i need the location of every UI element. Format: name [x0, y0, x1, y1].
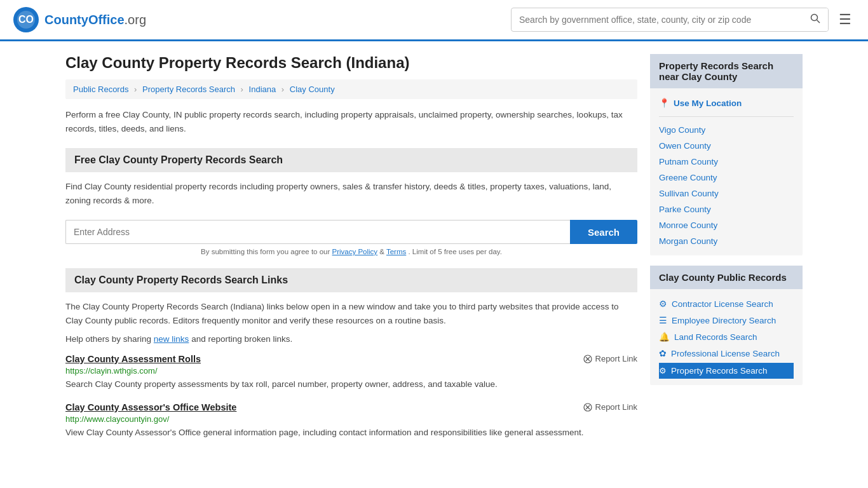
location-pin-icon: 📍	[659, 98, 670, 108]
main-container: Clay County Property Records Search (Ind…	[53, 41, 815, 463]
share-text: Help others by sharing new links and rep…	[65, 334, 637, 344]
sidebar-land-records[interactable]: 🔔 Land Records Search	[659, 329, 794, 345]
links-description: The Clay County Property Records Search …	[65, 300, 637, 327]
gear-icon: ⚙	[659, 299, 667, 309]
new-links-link[interactable]: new links	[154, 334, 189, 344]
report-link-button-1[interactable]: Report Link	[583, 402, 637, 412]
menu-icon[interactable]: ☰	[835, 8, 855, 32]
breadcrumb: Public Records › Property Records Search…	[65, 79, 637, 99]
link-title-0[interactable]: Clay County Assessment Rolls	[65, 354, 201, 364]
breadcrumb-clay-county[interactable]: Clay County	[290, 85, 335, 94]
link-desc-0: Search Clay County property assessments …	[65, 378, 637, 391]
link-item-0: Clay County Assessment Rolls Report Link…	[65, 354, 637, 391]
privacy-policy-link[interactable]: Privacy Policy	[332, 248, 378, 255]
content-area: Clay County Property Records Search (Ind…	[65, 54, 637, 451]
sidebar-property-records-active[interactable]: ⚙ Property Records Search	[659, 363, 794, 379]
global-search-input[interactable]	[512, 10, 803, 30]
svg-text:CO: CO	[18, 14, 34, 25]
link-url-0[interactable]: https://clayin.wthgis.com/	[65, 366, 637, 376]
svg-point-3	[811, 15, 818, 21]
sidebar-nearby-parke[interactable]: Parke County	[659, 201, 794, 217]
address-input[interactable]	[65, 220, 570, 244]
global-search-button[interactable]	[803, 8, 828, 31]
terms-text: By submitting this form you agree to our…	[65, 248, 637, 255]
address-search-area: Search By submitting this form you agree…	[65, 220, 637, 255]
header: CO CountyOffice.org ☰	[0, 0, 868, 41]
use-location-button[interactable]: 📍 Use My Location	[659, 95, 794, 111]
sidebar-nearby-greene[interactable]: Greene County	[659, 170, 794, 186]
sidebar-professional-license[interactable]: ✿ Professional License Search	[659, 345, 794, 362]
report-link-button-0[interactable]: Report Link	[583, 354, 637, 363]
breadcrumb-public-records[interactable]: Public Records	[73, 85, 128, 94]
sidebar-nearby-morgan[interactable]: Morgan County	[659, 233, 794, 249]
sidebar-nearby-monroe[interactable]: Monroe County	[659, 217, 794, 233]
public-records-box: Clay County Public Records ⚙ Contractor …	[650, 266, 803, 385]
header-right: ☰	[511, 8, 855, 32]
link-title-1[interactable]: Clay County Assessor's Office Website	[65, 402, 236, 412]
link-item-1: Clay County Assessor's Office Website Re…	[65, 402, 637, 439]
terms-link[interactable]: Terms	[386, 248, 406, 255]
public-records-content: ⚙ Contractor License Search ☰ Employee D…	[650, 289, 803, 385]
logo-text: CountyOffice.org	[44, 13, 146, 27]
sidebar-contractor-license[interactable]: ⚙ Contractor License Search	[659, 295, 794, 312]
page-title: Clay County Property Records Search (Ind…	[65, 54, 637, 72]
nearby-counties-box: Property Records Search near Clay County…	[650, 54, 803, 255]
sidebar-nearby-vigo[interactable]: Vigo County	[659, 122, 794, 138]
gear-icon-active: ⚙	[659, 366, 667, 376]
global-search-bar	[511, 8, 829, 32]
page-description: Perform a free Clay County, IN public pr…	[65, 108, 637, 135]
address-search-button[interactable]: Search	[570, 220, 637, 244]
address-row: Search	[65, 220, 637, 244]
star-icon: ✿	[659, 348, 667, 358]
free-search-desc: Find Clay County residential property re…	[65, 180, 637, 207]
svg-line-4	[817, 20, 820, 24]
bell-icon: 🔔	[659, 332, 670, 342]
logo-icon: CO	[13, 6, 39, 33]
link-url-1[interactable]: http://www.claycountyin.gov/	[65, 414, 637, 424]
sidebar: Property Records Search near Clay County…	[650, 54, 803, 451]
sidebar-nearby-putnam[interactable]: Putnam County	[659, 154, 794, 170]
nearby-counties-header: Property Records Search near Clay County	[650, 54, 803, 88]
free-search-header: Free Clay County Property Records Search	[65, 148, 637, 172]
nearby-counties-content: 📍 Use My Location Vigo County Owen Count…	[650, 88, 803, 255]
breadcrumb-property-records-search[interactable]: Property Records Search	[142, 85, 235, 94]
sidebar-divider	[659, 116, 794, 117]
breadcrumb-indiana[interactable]: Indiana	[249, 85, 276, 94]
links-section-header: Clay County Property Records Search Link…	[65, 268, 637, 292]
link-desc-1: View Clay County Assessor's Office gener…	[65, 426, 637, 439]
sidebar-nearby-owen[interactable]: Owen County	[659, 138, 794, 154]
links-section: Clay County Property Records Search Link…	[65, 268, 637, 439]
public-records-header: Clay County Public Records	[650, 266, 803, 289]
list-icon: ☰	[659, 315, 667, 325]
logo: CO CountyOffice.org	[13, 6, 146, 33]
sidebar-employee-directory[interactable]: ☰ Employee Directory Search	[659, 312, 794, 329]
sidebar-nearby-sullivan[interactable]: Sullivan County	[659, 186, 794, 201]
